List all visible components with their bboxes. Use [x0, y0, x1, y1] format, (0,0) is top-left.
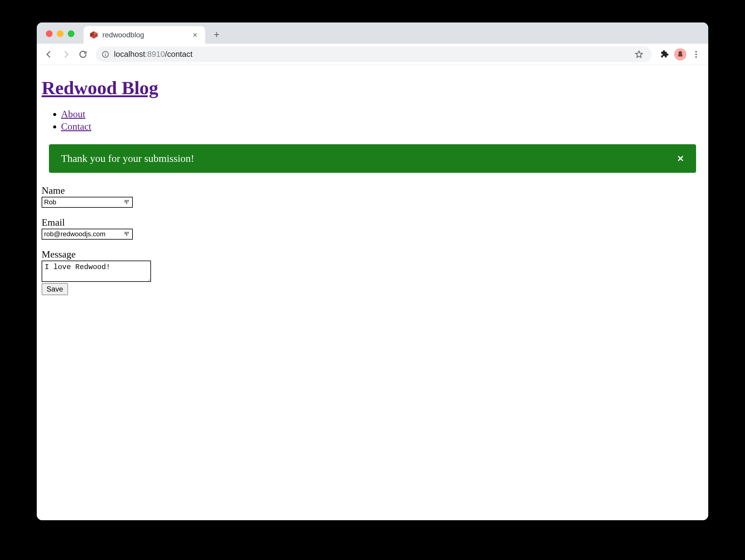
- extensions-icon[interactable]: [657, 47, 672, 62]
- name-label: Name: [42, 185, 703, 196]
- message-label: Message: [42, 249, 703, 260]
- browser-menu-icon[interactable]: [689, 47, 703, 62]
- window-controls: [43, 30, 77, 44]
- new-tab-button[interactable]: [209, 27, 224, 42]
- browser-tab[interactable]: redwoodblog: [84, 26, 205, 44]
- field-name: Name: [42, 185, 703, 208]
- profile-avatar[interactable]: [674, 48, 686, 61]
- site-title-heading: Redwood Blog: [42, 77, 708, 99]
- tab-title: redwoodblog: [102, 31, 187, 39]
- email-label: Email: [42, 217, 703, 228]
- address-bar[interactable]: localhost:8910/contact: [96, 47, 652, 62]
- field-email: Email: [42, 217, 703, 240]
- window-maximize-button[interactable]: [68, 30, 74, 37]
- nav-list: About Contact: [37, 108, 708, 132]
- svg-point-9: [695, 54, 697, 55]
- page-content: Redwood Blog About Contact Thank you for…: [37, 65, 708, 295]
- success-toast: Thank you for your submission! ✕: [49, 144, 696, 173]
- field-message: Message: [42, 249, 703, 282]
- toast-close-icon[interactable]: ✕: [677, 154, 684, 164]
- toast-message: Thank you for your submission!: [61, 153, 194, 164]
- forward-button[interactable]: [59, 47, 73, 62]
- tab-strip: redwoodblog: [37, 23, 708, 44]
- nav-link-contact[interactable]: Contact: [61, 121, 92, 132]
- window-close-button[interactable]: [46, 30, 53, 37]
- name-input[interactable]: [42, 197, 133, 208]
- svg-point-8: [695, 51, 697, 52]
- window-minimize-button[interactable]: [57, 30, 64, 37]
- redwood-favicon-icon: [90, 31, 98, 39]
- svg-point-7: [105, 53, 106, 53]
- browser-toolbar: localhost:8910/contact: [37, 44, 708, 65]
- bookmark-star-icon[interactable]: [632, 47, 646, 62]
- site-info-icon[interactable]: [101, 50, 110, 59]
- svg-point-10: [695, 56, 697, 58]
- nav-item-contact: Contact: [61, 121, 708, 132]
- browser-window: redwoodblog localhost:8910/contact: [37, 23, 708, 520]
- reload-button[interactable]: [76, 47, 90, 62]
- email-input[interactable]: [42, 229, 133, 240]
- url-path: /contact: [165, 49, 193, 59]
- url-host: localhost: [114, 49, 145, 59]
- message-textarea[interactable]: [42, 260, 151, 282]
- nav-link-about[interactable]: About: [61, 108, 85, 119]
- url-text: localhost:8910/contact: [114, 49, 193, 59]
- site-title-link[interactable]: Redwood Blog: [42, 77, 158, 98]
- url-port: :8910: [145, 49, 165, 59]
- page-viewport[interactable]: Redwood Blog About Contact Thank you for…: [37, 65, 708, 520]
- back-button[interactable]: [42, 47, 56, 62]
- nav-item-about: About: [61, 108, 708, 120]
- contact-form: Name Email: [37, 185, 708, 295]
- tab-close-icon[interactable]: [191, 31, 199, 39]
- save-button[interactable]: Save: [42, 283, 68, 295]
